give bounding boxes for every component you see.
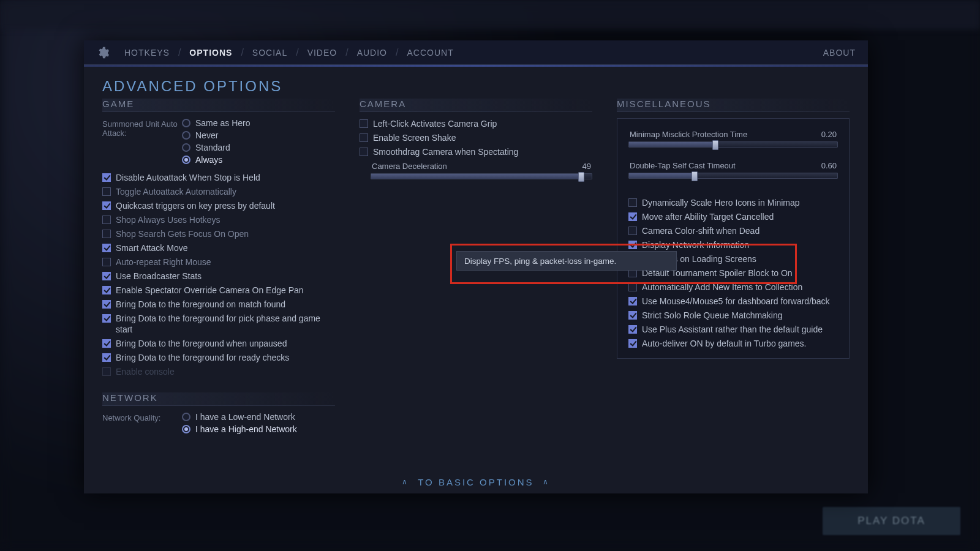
check-misc-camera-color-shift-when-dead[interactable]: Camera Color-shift when Dead — [628, 225, 838, 236]
checkbox-icon — [102, 314, 111, 323]
checkbox-icon — [102, 353, 111, 362]
game-header: GAME — [102, 99, 335, 112]
camera-header: CAMERA — [360, 99, 592, 112]
misc-column: MISCELLANEOUS Minimap Misclick Protectio… — [617, 99, 850, 470]
radio-summoned-never[interactable]: Never — [182, 130, 250, 140]
check-game-shop-search-gets-focus-on-open[interactable]: Shop Search Gets Focus On Open — [102, 228, 335, 239]
checkbox-icon — [102, 216, 111, 224]
camera-column: CAMERA Left-Click Activates Camera GripE… — [360, 99, 592, 470]
chevron-up-icon: ∧ — [402, 478, 409, 486]
checkbox-icon — [628, 227, 637, 235]
radio-summoned-standard[interactable]: Standard — [182, 143, 250, 152]
nav-tab-options[interactable]: OPTIONS — [189, 48, 232, 58]
chevron-up-icon: ∧ — [543, 478, 550, 486]
misc-panel: Minimap Misclick Protection Time0.20Doub… — [617, 118, 850, 359]
check-game-enable-spectator-override-camera-on-edge[interactable]: Enable Spectator Override Camera On Edge… — [102, 285, 335, 296]
radio-dot-icon — [182, 156, 190, 164]
nav-tab-audio[interactable]: AUDIO — [357, 48, 387, 58]
check-camera-enable-screen-shake[interactable]: Enable Screen Shake — [360, 132, 592, 143]
check-misc-use-plus-assistant-rather-than-the-defau[interactable]: Use Plus Assistant rather than the defau… — [628, 324, 838, 335]
radio-dot-icon — [182, 119, 190, 127]
check-game-bring-dota-to-the-foreground-for-ready-c[interactable]: Bring Dota to the foreground for ready c… — [102, 352, 335, 363]
check-misc-auto-deliver-on-by-default-in-turbo-game[interactable]: Auto-deliver ON by default in Turbo game… — [628, 338, 838, 349]
radio-dot-icon — [182, 131, 190, 140]
radio-network-low[interactable]: I have a Low-end Network — [182, 412, 297, 422]
page-title: ADVANCED OPTIONS — [102, 78, 850, 95]
network-quality: Network Quality: I have a Low-end Networ… — [102, 412, 335, 434]
camera-deceleration-slider[interactable]: Camera Deceleration 49 — [360, 162, 592, 179]
radio-network-high[interactable]: I have a High-end Network — [182, 424, 297, 434]
checkbox-icon — [102, 272, 111, 280]
checkbox-icon — [102, 244, 111, 252]
checkbox-icon — [360, 133, 368, 142]
checkbox-icon — [628, 325, 637, 334]
slider-misc-1[interactable]: Double-Tap Self Cast Timeout0.60 — [628, 161, 838, 179]
checkbox-icon — [102, 286, 111, 294]
gear-icon — [96, 46, 110, 59]
background-topbar — [0, 0, 980, 29]
checkbox-icon — [102, 367, 111, 376]
check-game-auto-repeat-right-mouse[interactable]: Auto-repeat Right Mouse — [102, 257, 335, 268]
check-game-shop-always-uses-hotkeys[interactable]: Shop Always Uses Hotkeys — [102, 214, 335, 225]
check-game-enable-console: Enable console — [102, 366, 335, 377]
camera-decel-label: Camera Deceleration — [361, 162, 447, 171]
radio-summoned-always[interactable]: Always — [182, 155, 250, 165]
game-column: GAME Summoned Unit Auto Attack: Same as … — [102, 99, 335, 470]
radio-dot-icon — [182, 413, 190, 421]
radio-dot-icon — [182, 143, 190, 152]
checkbox-icon — [102, 173, 111, 182]
check-misc-move-after-ability-target-cancelled[interactable]: Move after Ability Target Cancelled — [628, 211, 838, 222]
check-camera-smoothdrag-camera-when-spectating[interactable]: Smoothdrag Camera when Spectating — [360, 146, 592, 157]
check-game-bring-dota-to-the-foreground-on-match-fo[interactable]: Bring Dota to the foreground on match fo… — [102, 299, 335, 310]
checkbox-icon — [628, 339, 637, 348]
checkbox-icon — [628, 241, 637, 249]
check-camera-left-click-activates-camera-grip[interactable]: Left-Click Activates Camera Grip — [360, 118, 592, 129]
checkbox-icon — [102, 300, 111, 309]
check-misc-automatically-add-new-items-to-collectio[interactable]: Automatically Add New Items to Collectio… — [628, 282, 838, 293]
nav-tab-video[interactable]: VIDEO — [307, 48, 337, 58]
to-basic-options[interactable]: ∧ TO BASIC OPTIONS ∧ — [102, 470, 850, 487]
summoned-label: Summoned Unit Auto Attack: — [102, 118, 182, 165]
summoned-unit-autoattack: Summoned Unit Auto Attack: Same as HeroN… — [102, 118, 335, 165]
radio-summoned-same-as-hero[interactable]: Same as Hero — [182, 118, 250, 128]
check-game-toggle-autoattack-automatically[interactable]: Toggle Autoattack Automatically — [102, 186, 335, 197]
slider-misc-0[interactable]: Minimap Misclick Protection Time0.20 — [628, 130, 838, 148]
check-game-smart-attack-move[interactable]: Smart Attack Move — [102, 242, 335, 253]
check-misc-strict-solo-role-queue-matchmaking[interactable]: Strict Solo Role Queue Matchmaking — [628, 310, 838, 321]
camera-decel-value: 49 — [582, 162, 591, 171]
checkbox-icon — [360, 119, 368, 128]
checkbox-icon — [628, 283, 637, 291]
checkbox-icon — [102, 230, 111, 238]
nav-tab-social[interactable]: SOCIAL — [252, 48, 287, 58]
play-dota-button[interactable]: PLAY DOTA — [823, 507, 960, 535]
nav-about[interactable]: ABOUT — [823, 48, 856, 58]
checkbox-icon — [102, 339, 111, 348]
network-header: NETWORK — [102, 392, 335, 406]
check-game-disable-autoattack-when-stop-is-held[interactable]: Disable Autoattack When Stop is Held — [102, 172, 335, 183]
nav-tab-hotkeys[interactable]: HOTKEYS — [124, 48, 170, 58]
tooltip-network-info: Display FPS, ping & packet-loss in-game. — [456, 251, 677, 271]
network-quality-label: Network Quality: — [102, 412, 182, 434]
check-game-bring-dota-to-the-foreground-when-unpaus[interactable]: Bring Dota to the foreground when unpaus… — [102, 338, 335, 349]
check-misc-display-network-information[interactable]: Display Network Information — [628, 239, 838, 250]
radio-dot-icon — [182, 425, 190, 433]
checkbox-icon — [102, 201, 111, 210]
checkbox-icon — [628, 297, 637, 305]
misc-header: MISCELLANEOUS — [617, 99, 850, 112]
checkbox-icon — [628, 311, 637, 320]
settings-nav: HOTKEYS / OPTIONS / SOCIAL / VIDEO / AUD… — [84, 40, 868, 65]
checkbox-icon — [102, 258, 111, 266]
nav-tab-account[interactable]: ACCOUNT — [407, 48, 453, 58]
checkbox-icon — [360, 148, 368, 156]
check-misc-dynamically-scale-hero-icons-in-minimap[interactable]: Dynamically Scale Hero Icons in Minimap — [628, 197, 838, 208]
check-game-bring-dota-to-the-foreground-for-pick-ph[interactable]: Bring Dota to the foreground for pick ph… — [102, 313, 335, 335]
checkbox-icon — [102, 187, 111, 196]
checkbox-icon — [628, 212, 637, 221]
check-game-use-broadcaster-stats[interactable]: Use Broadcaster Stats — [102, 271, 335, 282]
check-misc-use-mouse4-mouse5-for-dashboard-forward-[interactable]: Use Mouse4/Mouse5 for dashboard forward/… — [628, 296, 838, 307]
check-game-quickcast-triggers-on-key-press-by-defau[interactable]: Quickcast triggers on key press by defau… — [102, 200, 335, 211]
checkbox-icon — [628, 198, 637, 207]
